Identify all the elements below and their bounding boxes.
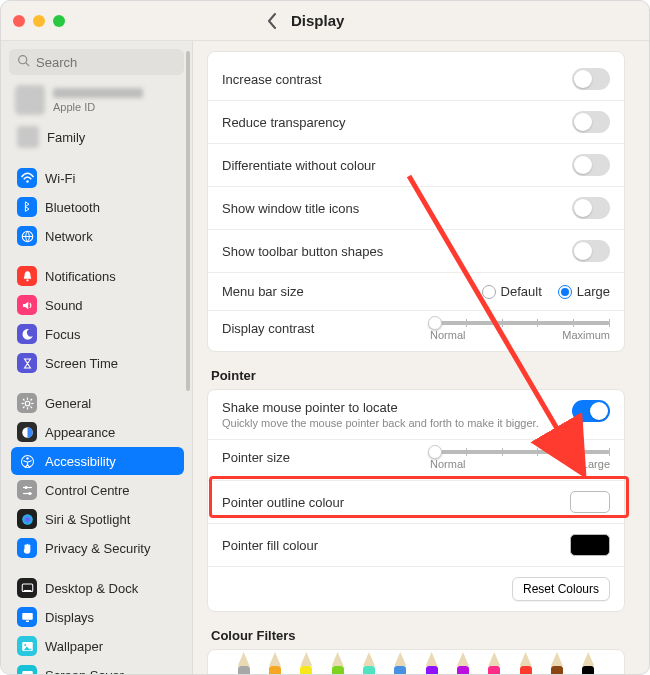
content-panel: Increase contrast Reduce transparency Di… xyxy=(193,41,649,674)
sidebar-item-sound[interactable]: Sound xyxy=(11,291,184,319)
settings-window: Display Apple ID Family Wi-FiBluetoothNe… xyxy=(0,0,650,675)
sidebar-item-label: Sound xyxy=(45,298,178,313)
bluetooth-icon xyxy=(17,197,37,217)
colour-pencil: .pencil[style*="#ff2d88"]::after{backgro… xyxy=(488,666,500,674)
row-increase-contrast: Increase contrast xyxy=(208,58,624,101)
colour-swatch-fill[interactable] xyxy=(570,534,610,556)
toggle-show-title-icons[interactable] xyxy=(572,197,610,219)
sidebar-item-controlcentre[interactable]: Control Centre xyxy=(11,476,184,504)
sidebar-item-screentime[interactable]: Screen Time xyxy=(11,349,184,377)
svg-point-2 xyxy=(26,180,28,182)
colour-pencil: .pencil[style*="#50e3c2"]::after{backgro… xyxy=(363,666,375,674)
sidebar-item-displays[interactable]: Displays xyxy=(11,603,184,631)
sidebar-item-label: Siri & Spotlight xyxy=(45,512,178,527)
slider-pointer-size[interactable] xyxy=(430,450,610,454)
sidebar-item-notifications[interactable]: Notifications xyxy=(11,262,184,290)
sidebar-item-appleid[interactable]: Apple ID xyxy=(9,83,186,121)
sidebar-item-label: Control Centre xyxy=(45,483,178,498)
user-avatar xyxy=(15,85,45,115)
section-heading-colour-filters: Colour Filters xyxy=(207,628,625,649)
row-shake-locate: Shake mouse pointer to locate Quickly mo… xyxy=(208,390,624,440)
row-menu-bar-size: Menu bar size Default Large xyxy=(208,273,624,311)
toggle-diff-without-colour[interactable] xyxy=(572,154,610,176)
row-diff-without-colour: Differentiate without colour xyxy=(208,144,624,187)
hourglass-icon xyxy=(17,353,37,373)
colour-pencil: .pencil[style*="#000000"]::after{backgro… xyxy=(582,666,594,674)
radio-option-default[interactable]: Default xyxy=(482,284,542,300)
siri-icon xyxy=(17,509,37,529)
colour-filter-preview: .pencil[style*="#a8a8a8"]::after{backgro… xyxy=(208,650,624,674)
colour-pencil: .pencil[style*="#4a90e2"]::after{backgro… xyxy=(394,666,406,674)
colour-filters-card: .pencil[style*="#a8a8a8"]::after{backgro… xyxy=(207,649,625,674)
sidebar-item-bluetooth[interactable]: Bluetooth xyxy=(11,193,184,221)
svg-line-10 xyxy=(23,399,25,401)
wifi-icon xyxy=(17,168,37,188)
toggle-increase-contrast[interactable] xyxy=(572,68,610,90)
svg-line-12 xyxy=(30,399,32,401)
close-button[interactable] xyxy=(13,15,25,27)
dock-icon xyxy=(17,578,37,598)
radio-group-menu-bar-size: Default Large xyxy=(482,284,610,300)
svg-rect-24 xyxy=(22,613,33,620)
svg-point-5 xyxy=(25,401,30,406)
family-avatar xyxy=(17,126,39,148)
row-show-toolbar-shapes: Show toolbar button shapes xyxy=(208,230,624,273)
svg-point-20 xyxy=(28,492,31,495)
row-display-contrast: Display contrast Normal Maximum xyxy=(208,311,624,351)
sidebar-item-appearance[interactable]: Appearance xyxy=(11,418,184,446)
row-show-title-icons: Show window title icons xyxy=(208,187,624,230)
sidebar-item-general[interactable]: General xyxy=(11,389,184,417)
gear-icon xyxy=(17,393,37,413)
sidebar-item-label: Screen Saver xyxy=(45,668,178,675)
svg-point-15 xyxy=(21,455,33,467)
svg-point-16 xyxy=(26,457,28,459)
sidebar-item-desktop[interactable]: Desktop & Dock xyxy=(11,574,184,602)
speaker-icon xyxy=(17,295,37,315)
sidebar-item-siri[interactable]: Siri & Spotlight xyxy=(11,505,184,533)
sidebar-item-screensaver[interactable]: Screen Saver xyxy=(11,661,184,674)
sidebar-item-label: Desktop & Dock xyxy=(45,581,178,596)
svg-point-0 xyxy=(19,56,27,64)
svg-rect-23 xyxy=(23,590,31,592)
colour-pencil: .pencil[style*="#bd10e0"]::after{backgro… xyxy=(457,666,469,674)
globe-icon xyxy=(17,226,37,246)
row-pointer-fill-colour: Pointer fill colour xyxy=(208,524,624,567)
sidebar-item-label: General xyxy=(45,396,178,411)
toggle-show-toolbar-shapes[interactable] xyxy=(572,240,610,262)
sidebar-item-family[interactable]: Family xyxy=(11,122,184,152)
sidebar-item-wifi[interactable]: Wi-Fi xyxy=(11,164,184,192)
svg-point-27 xyxy=(24,644,26,646)
toggle-reduce-transparency[interactable] xyxy=(572,111,610,133)
svg-line-1 xyxy=(26,63,29,66)
sidebar-scrollbar[interactable] xyxy=(186,51,190,391)
colour-swatch-outline[interactable] xyxy=(570,491,610,513)
sidebar: Apple ID Family Wi-FiBluetoothNetworkNot… xyxy=(1,41,193,674)
search-input[interactable] xyxy=(36,55,176,70)
row-pointer-outline-colour: Pointer outline colour xyxy=(208,481,624,524)
slider-display-contrast[interactable] xyxy=(430,321,610,325)
radio-option-large[interactable]: Large xyxy=(558,284,610,300)
zoom-button[interactable] xyxy=(53,15,65,27)
sidebar-item-label: Family xyxy=(47,130,178,145)
toggle-shake-locate[interactable] xyxy=(572,400,610,422)
row-reset-colours: Reset Colours xyxy=(208,567,624,611)
sliders-icon xyxy=(17,480,37,500)
search-field[interactable] xyxy=(9,49,184,75)
sidebar-item-network[interactable]: Network xyxy=(11,222,184,250)
back-button[interactable] xyxy=(263,12,281,30)
sidebar-item-wallpaper[interactable]: Wallpaper xyxy=(11,632,184,660)
svg-rect-25 xyxy=(26,620,29,622)
sidebar-item-focus[interactable]: Focus xyxy=(11,320,184,348)
accessibility-icon xyxy=(17,451,37,471)
minimize-button[interactable] xyxy=(33,15,45,27)
sidebar-item-accessibility[interactable]: Accessibility xyxy=(11,447,184,475)
reset-colours-button[interactable]: Reset Colours xyxy=(512,577,610,601)
sidebar-item-label: Screen Time xyxy=(45,356,178,371)
search-icon xyxy=(17,53,30,71)
colour-pencil: .pencil[style*="#a8a8a8"]::after{backgro… xyxy=(238,666,250,674)
colour-pencil: .pencil[style*="#8b4513"]::after{backgro… xyxy=(551,666,563,674)
sidebar-item-privacy[interactable]: Privacy & Security xyxy=(11,534,184,562)
svg-point-21 xyxy=(22,514,33,525)
row-pointer-size: Pointer size Normal Large xyxy=(208,440,624,481)
appearance-icon xyxy=(17,422,37,442)
